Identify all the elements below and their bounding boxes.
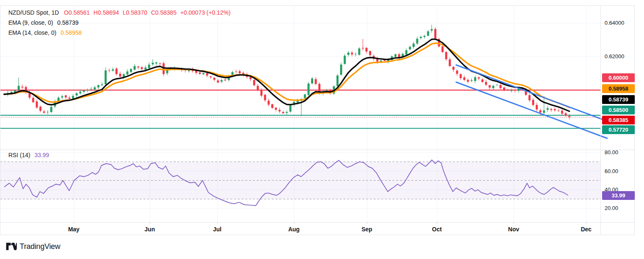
chart-canvas[interactable] <box>0 0 644 259</box>
legend-ema14[interactable]: EMA (14, close, 0)0.58958 <box>8 28 234 38</box>
ema14-value: 0.58958 <box>60 29 82 36</box>
price-badge: 0.58500 <box>602 106 635 114</box>
tradingview-logo[interactable]: TradingView <box>6 241 60 251</box>
ema9-value: 0.58739 <box>57 19 79 26</box>
ema14-label: EMA (14, close, 0) <box>8 29 56 36</box>
price-badge: 0.58385 <box>602 116 635 124</box>
rsi-axis-label: 60.00 <box>605 168 618 174</box>
ohlc-change: +0.00073 (+0.12%) <box>180 9 231 16</box>
month-label: Dec <box>581 226 592 233</box>
ema9-label: EMA (9, close, 0) <box>8 19 53 26</box>
tradingview-logo-icon <box>6 241 17 251</box>
tradingview-logo-text: TradingView <box>20 242 60 251</box>
chart-root: NZD/USD Spot, 1DO0.58561H0.58694L0.58370… <box>0 0 644 259</box>
ohlc-low: L0.58370 <box>123 9 147 16</box>
price-badge: 0.58739 <box>602 95 635 104</box>
ohlc-high: H0.58694 <box>93 9 119 16</box>
rsi-axis-label: 20.00 <box>605 205 618 211</box>
rsi-value-badge: 33.99 <box>602 191 635 200</box>
month-label: Oct <box>432 226 441 233</box>
rsi-label: RSI (14) <box>8 152 30 158</box>
price-badge: 0.58958 <box>602 84 635 93</box>
symbol-row[interactable]: NZD/USD Spot, 1DO0.58561H0.58694L0.58370… <box>8 8 234 18</box>
price-badge: 0.57720 <box>602 125 635 134</box>
rsi-value: 33.99 <box>34 152 49 158</box>
month-label: Jun <box>145 226 155 233</box>
ohlc-close: C0.58385 <box>151 9 177 16</box>
symbol-title[interactable]: NZD/USD Spot, 1D <box>8 9 59 16</box>
ohlc-open: O0.58561 <box>64 9 90 16</box>
month-label: Nov <box>508 226 519 233</box>
legend-rsi[interactable]: RSI (14)33.99 <box>8 152 49 158</box>
price-badge: 0.60000 <box>602 73 635 82</box>
month-label: Sep <box>361 226 372 233</box>
legend-ema9[interactable]: EMA (9, close, 0)0.58739 <box>8 18 234 28</box>
legend: NZD/USD Spot, 1DO0.58561H0.58694L0.58370… <box>8 8 234 38</box>
rsi-axis-label: 80.00 <box>605 149 618 155</box>
price-axis-label: 0.62000 <box>605 53 624 60</box>
price-axis-label: 0.64000 <box>605 20 624 26</box>
trendline <box>456 65 607 121</box>
month-label: Aug <box>288 226 299 233</box>
month-label: Jul <box>213 226 221 233</box>
month-label: May <box>68 226 79 233</box>
